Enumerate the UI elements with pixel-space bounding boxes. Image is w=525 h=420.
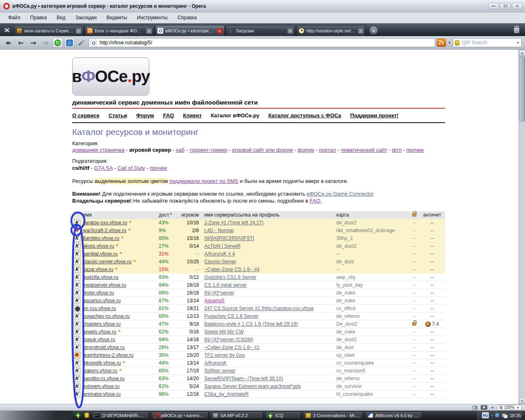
faq-link[interactable]: FAQ.	[310, 198, 322, 204]
close-button[interactable]	[512, 3, 523, 9]
scroll-down-icon[interactable]: ▼	[519, 397, 525, 404]
server-host-link[interactable]: angels.vfose.ru	[83, 329, 116, 335]
server-host-link[interactable]: classic-server.vfose.ru	[83, 259, 132, 265]
server-profile-link[interactable]: CSka_by_AnimateR	[204, 391, 249, 397]
server-profile-link[interactable]: 247 CS:Source Server #1 [http://saratov-…	[204, 306, 314, 311]
category-link[interactable]: игровой сайт или форум	[232, 147, 293, 153]
server-profile-link[interactable]: [W][A][R][C][R][A][F][T]	[204, 235, 254, 241]
reload-button[interactable]	[52, 38, 63, 48]
server-profile-link[interactable]: ~Cyber-Zone CS-1.6~ #1	[204, 345, 260, 350]
server-profile-link[interactable]: TF2 server by Gos	[204, 352, 245, 358]
language-indicator[interactable]: RU	[482, 412, 489, 418]
game-connect-icon[interactable]	[74, 290, 80, 296]
game-connect-icon[interactable]	[74, 321, 80, 327]
menu-item[interactable]: Виджеты	[102, 13, 132, 22]
server-profile-link[interactable]: AcTioN | ServeR	[204, 243, 241, 249]
server-host-link[interactable]: meatserver.vfose.ru	[83, 282, 126, 288]
server-host-link[interactable]: kazal.vfose.ru	[83, 267, 113, 272]
back-button[interactable]: ←	[16, 38, 26, 48]
server-host-link[interactable]: war3craft-2.vfose.ru	[83, 228, 126, 233]
server-profile-link[interactable]: [N/-|X]^server (CSDM)	[204, 337, 253, 342]
menu-item[interactable]: Файл	[3, 13, 25, 22]
server-host-link[interactable]: alkogolik.vfose.ru	[83, 360, 121, 366]
nav-link[interactable]: Поддержи проект!	[350, 112, 399, 119]
server-host-link[interactable]: ex-css.vfose.ru	[83, 306, 116, 311]
game-connector-link[interactable]: вФОСе.ру Game Connector	[307, 191, 374, 197]
nav-link[interactable]: О сервисе	[72, 112, 100, 119]
tab-close-icon[interactable]	[76, 28, 81, 34]
taskbar-button[interactable]: AWicons v9.4.0 by L...	[365, 411, 422, 419]
menu-item[interactable]: Справка	[173, 13, 202, 22]
home-button[interactable]	[64, 38, 75, 48]
server-host-link[interactable]: aquarius.vfose.ru	[83, 298, 121, 304]
category-link[interactable]: фтп	[392, 147, 402, 153]
game-connect-icon[interactable]	[74, 383, 80, 390]
vertical-scrollbar[interactable]: ▲ ▼	[518, 50, 525, 404]
game-connect-icon[interactable]	[74, 313, 80, 320]
server-profile-link[interactable]: ~Cyber-Zone CS-1.6~ #4	[204, 267, 260, 272]
server-host-link[interactable]: extreem.vfose.ru	[83, 383, 119, 389]
server-host-link[interactable]: bandito-cs.vfose.ru	[83, 376, 124, 381]
menu-item[interactable]: Правка	[25, 13, 52, 22]
server-profile-link[interactable]: L4D - Normal	[204, 228, 233, 233]
scroll-up-icon[interactable]: ▲	[519, 50, 525, 56]
tab-close-icon[interactable]	[146, 28, 152, 34]
game-connect-icon[interactable]	[74, 391, 80, 397]
nav-link[interactable]: Клиент	[183, 112, 202, 119]
game-connect-icon[interactable]	[74, 282, 80, 288]
address-input[interactable]	[99, 39, 433, 46]
server-host-link[interactable]: saratov-cxu.vfose.ru	[83, 220, 127, 226]
server-host-link[interactable]: godzilla.vfose.ru	[83, 274, 119, 280]
nav-link[interactable]: Каталог вФОСе.ру	[211, 112, 259, 119]
category-link[interactable]: тематический сайт	[341, 147, 387, 153]
game-connect-icon[interactable]	[74, 235, 80, 242]
game-connect-icon[interactable]	[74, 352, 80, 358]
game-connect-icon[interactable]	[74, 227, 80, 234]
server-profile-link[interactable]: AquariuS	[204, 298, 224, 304]
tray-collapse-icon[interactable]: ‹	[491, 413, 493, 418]
game-connect-icon[interactable]	[74, 336, 80, 343]
server-profile-link[interactable]: [N/-|X]^server	[204, 290, 234, 296]
tab-close-icon[interactable]	[288, 28, 293, 34]
tab-close-icon[interactable]	[217, 28, 222, 34]
server-profile-link[interactable]: J-Zone #1 (Time left 24:27)	[204, 220, 263, 226]
rss-feed-icon[interactable]	[437, 39, 446, 47]
category-link[interactable]: домашняя страничка	[72, 147, 125, 153]
server-profile-link[interactable]: CS 1.6 meat server	[204, 282, 247, 288]
zoom-dropdown-icon[interactable]: ▾	[516, 406, 520, 410]
browser-tab[interactable]: Блог о находках ФОСа! › ...	[84, 25, 154, 36]
search-input[interactable]	[461, 39, 514, 46]
taskbar-button[interactable]: вФОСе.ру • категор...	[151, 411, 208, 419]
server-profile-link[interactable]: Balakovo-style # 1 CS 1.6 (Time left 29:…	[204, 321, 298, 327]
tab-close-icon[interactable]	[358, 28, 363, 34]
game-connect-icon[interactable]	[74, 360, 80, 366]
icq-quicklaunch-icon[interactable]	[76, 413, 80, 418]
tray-app-icon[interactable]	[495, 413, 500, 418]
server-host-link[interactable]: ganibal.vfose.ru	[83, 251, 118, 257]
game-connect-icon[interactable]	[74, 266, 80, 273]
network-icon[interactable]	[502, 413, 507, 417]
taskbar-button[interactable]: ICQ	[265, 411, 301, 419]
menu-item[interactable]: Вид	[52, 13, 71, 22]
panels-icon[interactable]	[472, 406, 477, 410]
server-profile-link[interactable]: Pugachev CS 1.6 Server	[204, 313, 258, 319]
server-host-link[interactable]: teamfortress-2.vfose.ru	[83, 352, 133, 358]
server-host-link[interactable]: pugachev-cs.vfose.ru	[83, 313, 130, 319]
server-host-link[interactable]: fester.vfose.ru	[83, 290, 114, 296]
new-tab-button[interactable]: +	[369, 26, 378, 35]
server-profile-link[interactable]: Classic-Server	[204, 259, 236, 265]
taskbar-button[interactable]: SA:MP v0.2.2	[210, 411, 263, 419]
menu-item[interactable]: Инструменты	[132, 13, 173, 22]
browser-tab[interactable]: wow-saratov.ru Сервер » ...	[14, 25, 84, 36]
category-link[interactable]: торрент-трекер	[189, 147, 227, 153]
maximize-button[interactable]	[500, 3, 511, 9]
server-host-link[interactable]: slakers.vfose.ru	[83, 368, 117, 374]
game-connect-icon[interactable]	[74, 243, 80, 249]
taskbar-button[interactable]: 3 Conversations - Mr....	[303, 411, 363, 419]
server-host-link[interactable]: popuk.vfose.ru	[83, 337, 115, 342]
scrollbar-thumb[interactable]	[519, 57, 525, 121]
panels-toggle-button[interactable]	[0, 23, 14, 36]
qip-quicklaunch-icon[interactable]	[84, 413, 89, 418]
forward-button[interactable]: →	[28, 38, 39, 48]
subcategory-link[interactable]: Call of Duty	[117, 165, 145, 171]
